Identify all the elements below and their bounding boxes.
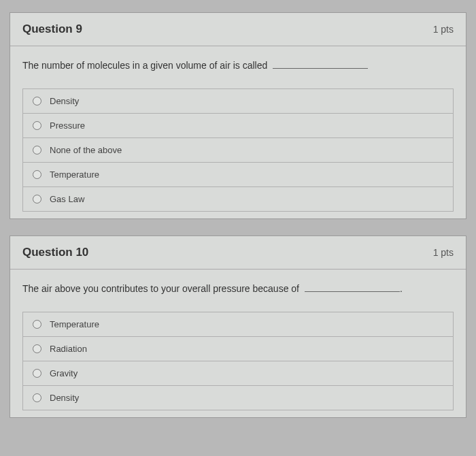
option-gas-law[interactable]: Gas Law <box>23 187 453 211</box>
radio-icon <box>33 146 41 154</box>
question-number: Question 9 <box>22 22 82 36</box>
option-label: None of the above <box>50 145 443 155</box>
question-points: 1 pts <box>433 247 454 258</box>
option-label: Pressure <box>50 120 443 131</box>
option-none-of-above[interactable]: None of the above <box>23 138 453 163</box>
radio-icon <box>33 195 41 203</box>
option-label: Gravity <box>50 368 443 378</box>
option-label: Gas Law <box>50 194 443 204</box>
radio-icon <box>33 369 41 378</box>
options-group: Temperature Radiation Gravity Density <box>22 312 454 410</box>
period: . <box>400 283 403 294</box>
radio-icon <box>33 320 41 329</box>
options-group: Density Pressure None of the above Tempe… <box>22 88 454 212</box>
option-density[interactable]: Density <box>23 386 453 410</box>
option-label: Temperature <box>50 319 443 329</box>
radio-icon <box>33 97 41 105</box>
question-prompt: The air above you contributes to your ov… <box>22 283 454 297</box>
question-points: 1 pts <box>433 24 454 35</box>
option-temperature[interactable]: Temperature <box>23 163 453 187</box>
option-label: Density <box>50 96 443 106</box>
radio-icon <box>33 344 41 353</box>
question-card-9: Question 9 1 pts The number of molecules… <box>10 12 466 219</box>
option-temperature[interactable]: Temperature <box>23 312 453 337</box>
radio-icon <box>33 121 41 130</box>
fill-blank <box>305 291 400 292</box>
option-gravity[interactable]: Gravity <box>23 361 453 386</box>
option-radiation[interactable]: Radiation <box>23 337 453 361</box>
question-prompt: The number of molecules in a given volum… <box>22 60 454 74</box>
prompt-text: The air above you contributes to your ov… <box>22 283 299 294</box>
option-density[interactable]: Density <box>23 89 453 114</box>
fill-blank <box>273 68 368 69</box>
question-number: Question 10 <box>22 246 88 259</box>
question-header: Question 9 1 pts <box>10 13 466 46</box>
prompt-text: The number of molecules in a given volum… <box>22 60 267 71</box>
question-header: Question 10 1 pts <box>10 236 466 270</box>
option-pressure[interactable]: Pressure <box>23 114 453 138</box>
option-label: Density <box>50 393 443 403</box>
question-body: The number of molecules in a given volum… <box>10 46 466 218</box>
radio-icon <box>33 393 41 402</box>
question-body: The air above you contributes to your ov… <box>10 270 466 417</box>
radio-icon <box>33 170 41 179</box>
option-label: Radiation <box>50 344 443 354</box>
question-card-10: Question 10 1 pts The air above you cont… <box>10 235 466 418</box>
option-label: Temperature <box>50 169 443 180</box>
